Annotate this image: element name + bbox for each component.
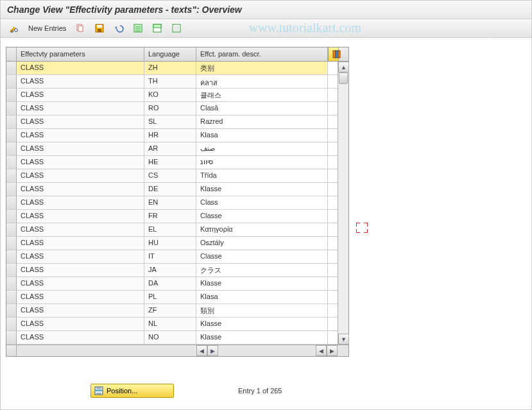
horizontal-scrollbar-right[interactable]: ◀ ▶ [316, 345, 338, 356]
table-row[interactable]: CLASSTHคลาส [6, 75, 338, 89]
cell-descr[interactable]: Klasa [196, 129, 328, 142]
cell-descr[interactable]: Osztály [196, 237, 328, 250]
cell-lang[interactable]: NL [144, 318, 196, 330]
row-selector-header[interactable] [6, 47, 17, 61]
row-selector[interactable] [6, 169, 17, 182]
table-settings-button[interactable] [328, 47, 339, 61]
cell-lang[interactable]: AR [144, 142, 196, 155]
cell-lang[interactable]: DA [144, 277, 196, 290]
table-row[interactable]: CLASSCSTřída [6, 169, 338, 183]
cell-param[interactable]: CLASS [17, 264, 144, 277]
cell-param[interactable]: CLASS [17, 277, 144, 290]
col-header-lang[interactable]: Language [144, 47, 196, 61]
cell-param[interactable]: CLASS [17, 318, 144, 330]
scroll-up-button[interactable]: ▲ [338, 62, 349, 73]
cell-descr[interactable]: Clasă [196, 102, 328, 115]
table-row[interactable]: CLASSZF類別 [6, 304, 338, 318]
cell-lang[interactable]: IT [144, 250, 196, 263]
cell-descr[interactable]: Classe [196, 250, 328, 263]
cell-param[interactable]: CLASS [17, 142, 144, 155]
table-row[interactable]: CLASSROClasă [6, 102, 338, 115]
vscroll-track[interactable] [338, 73, 348, 334]
cell-descr[interactable]: Klasse [196, 183, 328, 196]
cell-lang[interactable]: RO [144, 102, 196, 115]
table-row[interactable]: CLASSELΚατηγορία [6, 223, 338, 237]
table-row[interactable]: CLASSZH类别 [6, 62, 338, 75]
cell-lang[interactable]: HE [144, 156, 196, 169]
deselect-all-button[interactable] [168, 21, 185, 35]
row-selector[interactable] [6, 264, 17, 277]
row-selector[interactable] [6, 129, 17, 142]
cell-lang[interactable]: ZH [144, 62, 196, 74]
select-block-button[interactable] [149, 21, 166, 35]
row-selector[interactable] [6, 331, 17, 344]
horizontal-scrollbar-left[interactable]: ◀ ▶ [196, 345, 218, 356]
row-selector[interactable] [6, 223, 17, 236]
cell-descr[interactable]: Klasse [196, 331, 328, 344]
cell-lang[interactable]: HU [144, 237, 196, 250]
row-selector[interactable] [6, 196, 17, 209]
table-row[interactable]: CLASSKO클래스 [6, 89, 338, 102]
row-selector[interactable] [6, 75, 17, 88]
cell-descr[interactable]: Κατηγορία [196, 223, 328, 236]
cell-param[interactable]: CLASS [17, 291, 144, 303]
table-row[interactable]: CLASSSLRazred [6, 115, 338, 129]
scroll-right-button-2[interactable]: ▶ [327, 345, 338, 356]
cell-descr[interactable]: סיווג [196, 156, 328, 169]
row-selector[interactable] [6, 156, 17, 169]
row-selector[interactable] [6, 62, 17, 74]
cell-lang[interactable]: EN [144, 196, 196, 209]
row-selector[interactable] [6, 318, 17, 330]
cell-lang[interactable]: ZF [144, 304, 196, 317]
cell-param[interactable]: CLASS [17, 129, 144, 142]
undo-button[interactable] [110, 21, 127, 35]
cell-descr[interactable]: Classe [196, 210, 328, 223]
cell-param[interactable]: CLASS [17, 331, 144, 344]
table-row[interactable]: CLASSNLKlasse [6, 318, 338, 331]
scroll-left-button-2[interactable]: ◀ [316, 345, 327, 356]
row-selector[interactable] [6, 142, 17, 155]
cell-param[interactable]: CLASS [17, 223, 144, 236]
table-row[interactable]: CLASSENClass [6, 196, 338, 210]
cell-lang[interactable]: EL [144, 223, 196, 236]
row-selector[interactable] [6, 183, 17, 196]
cell-descr[interactable]: 类别 [196, 62, 328, 74]
cell-descr[interactable]: Klasse [196, 318, 328, 330]
row-selector[interactable] [6, 102, 17, 115]
row-selector[interactable] [6, 210, 17, 223]
table-row[interactable]: CLASSHRKlasa [6, 129, 338, 142]
cell-descr[interactable]: Třída [196, 169, 328, 182]
scroll-down-button[interactable]: ▼ [338, 334, 349, 345]
cell-lang[interactable]: JA [144, 264, 196, 277]
vertical-scrollbar[interactable]: ▲ ▼ [338, 62, 348, 345]
table-row[interactable]: CLASSDAKlasse [6, 277, 338, 291]
row-selector[interactable] [6, 250, 17, 263]
cell-param[interactable]: CLASS [17, 183, 144, 196]
vscroll-thumb[interactable] [339, 73, 348, 84]
save-button[interactable] [91, 21, 108, 35]
cell-param[interactable]: CLASS [17, 62, 144, 74]
col-header-param[interactable]: Effectvty parameters [17, 47, 144, 61]
cell-param[interactable]: CLASS [17, 89, 144, 101]
cell-param[interactable]: CLASS [17, 115, 144, 128]
copy-button[interactable] [72, 21, 89, 35]
scroll-left-button[interactable]: ◀ [196, 345, 207, 356]
col-header-descr[interactable]: Effct. param. descr. [196, 47, 328, 61]
cell-param[interactable]: CLASS [17, 196, 144, 209]
table-row[interactable]: CLASSDEKlasse [6, 183, 338, 196]
cell-lang[interactable]: PL [144, 291, 196, 303]
table-row[interactable]: CLASSFRClasse [6, 210, 338, 223]
toggle-button[interactable] [6, 21, 22, 35]
row-selector[interactable] [6, 237, 17, 250]
cell-lang[interactable]: CS [144, 169, 196, 182]
new-entries-button[interactable]: New Entries [25, 22, 69, 34]
cell-descr[interactable]: Klasa [196, 291, 328, 303]
cell-descr[interactable]: صنف [196, 142, 328, 155]
cell-descr[interactable]: 類別 [196, 304, 328, 317]
table-row[interactable]: CLASSARصنف [6, 142, 338, 156]
cell-descr[interactable]: クラス [196, 264, 328, 277]
table-row[interactable]: CLASSJAクラス [6, 264, 338, 277]
cell-descr[interactable]: คลาส [196, 75, 328, 88]
cell-descr[interactable]: Klasse [196, 277, 328, 290]
cell-lang[interactable]: FR [144, 210, 196, 223]
